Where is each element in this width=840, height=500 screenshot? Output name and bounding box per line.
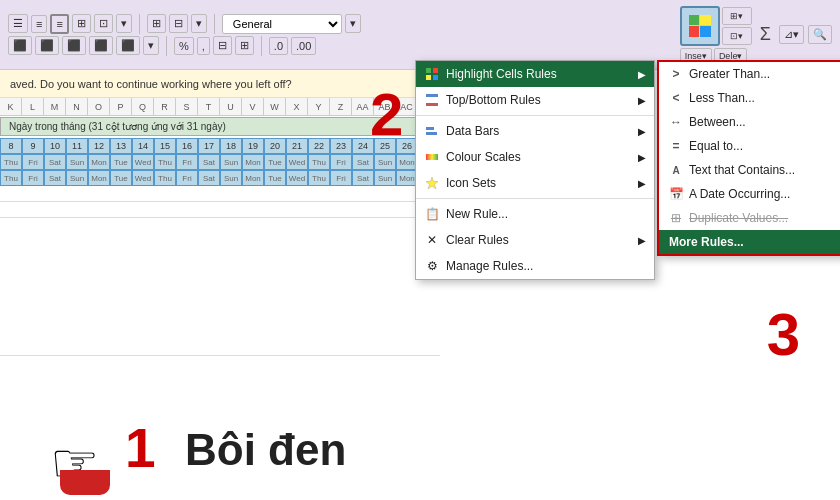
format-btn-1[interactable]: ⊞ [72,14,91,33]
grid-day-thu3[interactable]: Thu [308,154,330,170]
grid-day-sun2[interactable]: Sun [220,154,242,170]
increase-decimal-btn[interactable]: ⊞ [235,36,254,55]
grid-cell-16[interactable]: 16 [176,138,198,154]
grid-empty-cell-2[interactable] [0,202,440,218]
grid-day2-sat3[interactable]: Sat [352,170,374,186]
grid-cell-15[interactable]: 15 [154,138,176,154]
menu-item-colour-scales[interactable]: Colour Scales ▶ [416,144,654,170]
grid-day2-sat1[interactable]: Sat [44,170,66,186]
sub-item-more-rules[interactable]: More Rules... [659,230,840,254]
grid-cell-20[interactable]: 20 [264,138,286,154]
grid-empty-cell[interactable] [0,186,440,202]
align-right2-btn[interactable]: ⬛ [62,36,86,55]
menu-item-highlight-cells[interactable]: Highlight Cells Rules ▶ [416,61,654,87]
grid-day-sat3[interactable]: Sat [352,154,374,170]
decrease-decimal-btn[interactable]: ⊟ [213,36,232,55]
grid-day2-fri1[interactable]: Fri [22,170,44,186]
sort-btn[interactable]: ⊿▾ [779,25,804,44]
grid-day-thu1[interactable]: Thu [0,154,22,170]
sub-item-equal-to[interactable]: = Equal to... [659,134,840,158]
align-center-btn[interactable]: ≡ [50,14,68,34]
grid-day2-thu1[interactable]: Thu [0,170,22,186]
format-mini-btn-1[interactable]: ⊞▾ [722,7,752,25]
grid-cell-22[interactable]: 22 [308,138,330,154]
dec-btn[interactable]: .0 [269,37,288,55]
copy-btn[interactable]: ⊞ [147,14,166,33]
grid-day2-sun2[interactable]: Sun [220,170,242,186]
grid-cell-19[interactable]: 19 [242,138,264,154]
align-center2-btn[interactable]: ⬛ [35,36,59,55]
sub-item-date-occurring[interactable]: 📅 A Date Occurring... [659,182,840,206]
sub-item-greater-than[interactable]: > Greater Than... [659,62,840,86]
grid-day2-fri3[interactable]: Fri [330,170,352,186]
grid-cell-14[interactable]: 14 [132,138,154,154]
number-format-dropdown[interactable]: General [222,14,342,34]
grid-cell-11[interactable]: 11 [66,138,88,154]
grid-day-wed1[interactable]: Wed [132,154,154,170]
paste-btn[interactable]: ⊟ [169,14,188,33]
menu-item-top-bottom[interactable]: Top/Bottom Rules ▶ [416,87,654,113]
grid-day2-thu3[interactable]: Thu [308,170,330,186]
format-btn-3[interactable]: ▾ [116,14,132,33]
search-btn[interactable]: 🔍 [808,25,832,44]
grid-day2-wed1[interactable]: Wed [132,170,154,186]
grid-cell-18[interactable]: 18 [220,138,242,154]
dropdown-btn[interactable]: ▾ [345,14,361,33]
grid-day2-sun1[interactable]: Sun [66,170,88,186]
align-left2-btn[interactable]: ⬛ [8,36,32,55]
sigma-icon[interactable]: Σ [756,22,775,47]
grid-day-thu2[interactable]: Thu [154,154,176,170]
hamburger-menu-btn[interactable]: ☰ [8,14,28,33]
menu-item-manage-rules[interactable]: ⚙ Manage Rules... [416,253,654,279]
grid-day-tue1[interactable]: Tue [110,154,132,170]
comma-btn[interactable]: , [197,37,210,55]
grid-cell-23[interactable]: 23 [330,138,352,154]
sub-item-duplicate-values[interactable]: ⊞ Duplicate Values... [659,206,840,230]
grid-day-mon1[interactable]: Mon [88,154,110,170]
menu-item-clear-rules[interactable]: ✕ Clear Rules ▶ [416,227,654,253]
grid-cell-10[interactable]: 10 [44,138,66,154]
menu-item-icon-sets[interactable]: Icon Sets ▶ [416,170,654,196]
sub-item-less-than[interactable]: < Less Than... [659,86,840,110]
format-btn-5[interactable]: ▾ [143,36,159,55]
grid-cell-12[interactable]: 12 [88,138,110,154]
grid-day-sat2[interactable]: Sat [198,154,220,170]
grid-day-sun3[interactable]: Sun [374,154,396,170]
grid-day2-mon1[interactable]: Mon [88,170,110,186]
grid-day-fri2[interactable]: Fri [176,154,198,170]
sub-item-text-contains[interactable]: A Text that Contains... [659,158,840,182]
grid-day-fri3[interactable]: Fri [330,154,352,170]
inc-btn[interactable]: .00 [291,37,316,55]
grid-cell-21[interactable]: 21 [286,138,308,154]
grid-day2-wed2[interactable]: Wed [286,170,308,186]
grid-day-wed2[interactable]: Wed [286,154,308,170]
sub-item-between[interactable]: ↔ Between... [659,110,840,134]
wrap-btn[interactable]: ⬛ [89,36,113,55]
conditional-format-btn[interactable] [680,6,720,46]
grid-cell-9[interactable]: 9 [22,138,44,154]
menu-item-new-rule[interactable]: 📋 New Rule... [416,201,654,227]
grid-day-sat1[interactable]: Sat [44,154,66,170]
grid-day-mon2[interactable]: Mon [242,154,264,170]
grid-day2-fri2[interactable]: Fri [176,170,198,186]
grid-day-fri1[interactable]: Fri [22,154,44,170]
grid-day-sun1[interactable]: Sun [66,154,88,170]
percent-btn[interactable]: % [174,37,194,55]
grid-cell-8[interactable]: 8 [0,138,22,154]
merge-btn[interactable]: ⬛ [116,36,140,55]
grid-day2-sat2[interactable]: Sat [198,170,220,186]
grid-day2-tue2[interactable]: Tue [264,170,286,186]
menu-item-data-bars[interactable]: Data Bars ▶ [416,118,654,144]
grid-day2-mon2[interactable]: Mon [242,170,264,186]
grid-cell-17[interactable]: 17 [198,138,220,154]
format-mini-btn-2[interactable]: ⊡▾ [722,27,752,45]
format-btn-2[interactable]: ⊡ [94,14,113,33]
grid-day-tue2[interactable]: Tue [264,154,286,170]
align-left-btn[interactable]: ≡ [31,15,47,33]
clear-rules-icon: ✕ [424,232,440,248]
grid-day2-thu2[interactable]: Thu [154,170,176,186]
grid-day2-tue1[interactable]: Tue [110,170,132,186]
grid-cell-13[interactable]: 13 [110,138,132,154]
grid-day2-sun3[interactable]: Sun [374,170,396,186]
format-btn-4[interactable]: ▾ [191,14,207,33]
